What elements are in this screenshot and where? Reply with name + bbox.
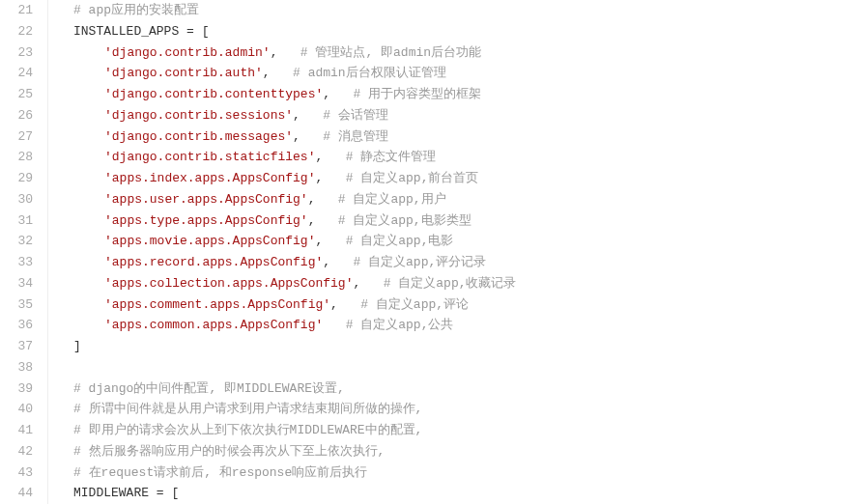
code-line: 'apps.comment.apps.AppsConfig', # 自定义app… [58, 294, 857, 316]
code-line: # 即用户的请求会次从上到下依次执行MIDDLEWARE中的配置, [58, 420, 857, 441]
token-string: 'apps.movie.apps.AppsConfig' [104, 234, 315, 248]
token-punct: , [308, 213, 338, 228]
code-line: INSTALLED_APPS = [ [58, 21, 857, 42]
token-comment: # 自定义app,用户 [338, 192, 446, 207]
token-string: 'apps.index.apps.AppsConfig' [104, 171, 315, 185]
token-comment: # 自定义app,收藏记录 [384, 276, 517, 291]
line-number: 37 [0, 336, 33, 357]
line-number: 32 [0, 231, 33, 252]
line-number: 41 [0, 420, 33, 441]
code-line: # 所谓中间件就是从用户请求到用户请求结束期间所做的操作, [58, 399, 857, 420]
line-number: 28 [0, 147, 33, 168]
code-line: 'apps.index.apps.AppsConfig', # 自定义app,前… [58, 168, 857, 189]
token-punct: , [271, 45, 300, 60]
token-comment: # 自定义app,评分记录 [353, 255, 486, 269]
token-comment: # 然后服务器响应用户的时候会再次从下至上依次执行, [73, 444, 385, 459]
token-punct: , [308, 192, 338, 207]
token-punct: , [323, 87, 353, 101]
token-string: 'django.contrib.staticfiles' [104, 150, 315, 164]
code-line: 'django.contrib.messages', # 消息管理 [58, 126, 857, 148]
line-number: 29 [0, 168, 33, 189]
token-punct: , [293, 108, 323, 123]
code-line: # 然后服务器响应用户的时候会再次从下至上依次执行, [58, 441, 857, 462]
code-line: 'apps.type.apps.AppsConfig', # 自定义app,电影… [58, 210, 857, 232]
line-number: 25 [0, 84, 33, 105]
token-punct: , [293, 129, 323, 144]
line-number: 42 [0, 441, 33, 462]
line-number: 34 [0, 273, 33, 294]
token-comment: # app应用的安装配置 [73, 3, 199, 17]
code-line: 'django.contrib.auth', # admin后台权限认证管理 [58, 63, 857, 84]
code-line: 'apps.record.apps.AppsConfig', # 自定义app,… [58, 252, 857, 273]
line-number: 39 [0, 378, 33, 400]
token-punct: , [323, 255, 353, 269]
token-punct: = [ [157, 486, 179, 500]
code-line: 'django.contrib.staticfiles', # 静态文件管理 [58, 147, 857, 168]
line-number: 33 [0, 252, 33, 273]
token-punct: , [315, 171, 345, 185]
token-comment: # 消息管理 [323, 129, 388, 144]
line-number: 40 [0, 399, 33, 420]
line-number: 22 [0, 21, 33, 42]
line-number: 30 [0, 189, 33, 210]
code-line: 'django.contrib.admin', # 管理站点, 即admin后台… [58, 42, 857, 64]
code-area: # app应用的安装配置INSTALLED_APPS = ['django.co… [48, 0, 857, 504]
line-number: 44 [0, 483, 33, 504]
token-string: 'apps.record.apps.AppsConfig' [104, 255, 323, 269]
token-comment: # 在request请求前后, 和response响应前后执行 [73, 465, 367, 480]
line-number: 21 [0, 0, 33, 21]
token-punct [323, 318, 345, 332]
token-punct: , [353, 276, 383, 291]
token-comment: # 静态文件管理 [346, 150, 437, 164]
token-string: 'django.contrib.admin' [104, 45, 271, 60]
token-string: 'apps.common.apps.AppsConfig' [104, 318, 323, 332]
code-line: # 在request请求前后, 和response响应前后执行 [58, 462, 857, 484]
code-line: # django的中间件配置, 即MIDDLEWARE设置, [58, 378, 857, 400]
code-line: 'apps.movie.apps.AppsConfig', # 自定义app,电… [58, 231, 857, 252]
token-comment: # 自定义app,电影类型 [338, 213, 471, 228]
token-string: 'apps.user.apps.AppsConfig' [104, 192, 308, 207]
token-comment: # 即用户的请求会次从上到下依次执行MIDDLEWARE中的配置, [73, 423, 422, 437]
line-number: 26 [0, 105, 33, 126]
token-comment: # django的中间件配置, 即MIDDLEWARE设置, [73, 381, 345, 396]
code-line: 'django.contrib.contenttypes', # 用于内容类型的… [58, 84, 857, 105]
token-punct: , [315, 150, 345, 164]
token-string: 'apps.comment.apps.AppsConfig' [104, 297, 330, 312]
token-comment: # admin后台权限认证管理 [293, 66, 446, 80]
line-number: 23 [0, 42, 33, 64]
code-line [58, 357, 857, 378]
token-punct: ] [73, 339, 81, 353]
token-punct: , [315, 234, 345, 248]
token-comment: # 管理站点, 即admin后台功能 [300, 45, 481, 60]
token-ident: MIDDLEWARE [73, 486, 157, 500]
line-number-gutter: 2122232425262728293031323334353637383940… [0, 0, 48, 504]
code-line: 'apps.common.apps.AppsConfig' # 自定义app,公… [58, 315, 857, 336]
token-comment: # 会话管理 [323, 108, 388, 123]
token-comment: # 自定义app,前台首页 [346, 171, 479, 185]
token-string: 'apps.type.apps.AppsConfig' [104, 213, 308, 228]
token-string: 'apps.collection.apps.AppsConfig' [104, 276, 353, 291]
token-comment: # 自定义app,电影 [346, 234, 454, 248]
line-number: 38 [0, 357, 33, 378]
token-comment: # 所谓中间件就是从用户请求到用户请求结束期间所做的操作, [73, 402, 422, 416]
token-punct: , [263, 66, 293, 80]
line-number: 27 [0, 126, 33, 148]
code-line: 'apps.collection.apps.AppsConfig', # 自定义… [58, 273, 857, 294]
token-comment: # 自定义app,评论 [360, 297, 469, 312]
code-line: ] [58, 336, 857, 357]
line-number: 36 [0, 315, 33, 336]
code-line: MIDDLEWARE = [ [58, 483, 857, 504]
token-punct: = [ [186, 24, 209, 39]
token-string: 'django.contrib.messages' [104, 129, 293, 144]
line-number: 24 [0, 63, 33, 84]
token-string: 'django.contrib.contenttypes' [104, 87, 323, 101]
line-number: 31 [0, 210, 33, 232]
token-comment: # 自定义app,公共 [346, 318, 454, 332]
code-line: 'apps.user.apps.AppsConfig', # 自定义app,用户 [58, 189, 857, 210]
code-line: # app应用的安装配置 [58, 0, 857, 21]
token-punct: , [330, 297, 360, 312]
token-string: 'django.contrib.sessions' [104, 108, 293, 123]
token-comment: # 用于内容类型的框架 [353, 87, 481, 101]
line-number: 35 [0, 294, 33, 316]
line-number: 43 [0, 462, 33, 484]
